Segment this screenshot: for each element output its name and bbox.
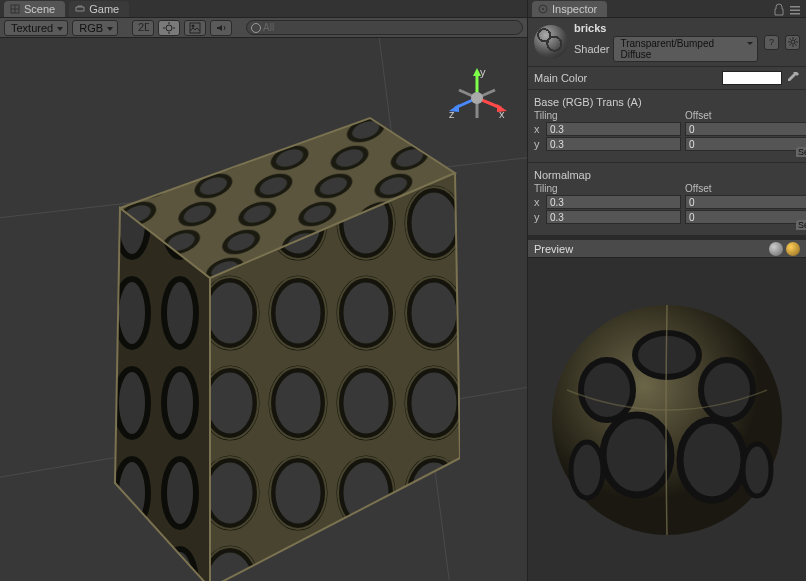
preview-sphere: [547, 300, 787, 540]
base-offset-y-input[interactable]: [685, 137, 806, 151]
norm-tiling-y-input[interactable]: [546, 210, 681, 224]
game-icon: [75, 4, 85, 14]
scene-cube: [60, 88, 460, 581]
draw-mode-dropdown[interactable]: Textured: [4, 20, 68, 36]
norm-offset-y-input[interactable]: [685, 210, 806, 224]
base-offset-x-input[interactable]: [685, 122, 806, 136]
base-tiling-y-input[interactable]: [546, 137, 681, 151]
normalmap-label: Normalmap: [534, 169, 806, 181]
normalmap-select-button[interactable]: Select: [796, 220, 806, 230]
svg-point-50: [603, 415, 671, 495]
tab-scene[interactable]: Scene: [4, 1, 65, 17]
inspector-tabbar: Inspector: [528, 0, 806, 18]
svg-text:z: z: [449, 108, 455, 120]
lighting-toggle-button[interactable]: [158, 20, 180, 36]
svg-point-49: [701, 360, 753, 420]
search-input[interactable]: All: [246, 20, 523, 35]
preview-light-plain-button[interactable]: [769, 242, 783, 256]
svg-point-39: [471, 92, 483, 104]
preview-header: Preview: [528, 240, 806, 258]
tiling-label: Tiling: [534, 110, 681, 121]
svg-rect-44: [790, 13, 800, 15]
skybox-toggle-button[interactable]: [184, 20, 206, 36]
tab-inspector[interactable]: Inspector: [532, 1, 607, 17]
base-texture-label: Base (RGB) Trans (A): [534, 96, 806, 108]
render-mode-dropdown[interactable]: RGB: [72, 20, 118, 36]
help-button[interactable]: ?: [764, 35, 779, 50]
shader-dropdown[interactable]: Transparent/Bumped Diffuse: [613, 36, 758, 62]
lock-icon[interactable]: [772, 3, 786, 17]
tab-scene-label: Scene: [24, 3, 55, 15]
svg-point-10: [192, 24, 195, 27]
tab-game-label: Game: [89, 3, 119, 15]
svg-rect-9: [190, 23, 200, 33]
svg-point-4: [166, 25, 172, 31]
base-tiling-x-input[interactable]: [546, 122, 681, 136]
svg-point-52: [571, 442, 603, 498]
base-texture-select-button[interactable]: Select: [796, 147, 806, 157]
eyedropper-icon[interactable]: [786, 71, 800, 85]
base-texture-section: Base (RGB) Trans (A) Tiling x y Offset S…: [528, 90, 806, 163]
main-color-label: Main Color: [534, 72, 624, 84]
svg-point-53: [743, 444, 771, 496]
svg-rect-42: [790, 6, 800, 8]
preview-label: Preview: [534, 243, 766, 255]
offset-label: Offset: [685, 110, 806, 121]
inspector-icon: [538, 4, 548, 14]
main-color-swatch[interactable]: [722, 71, 782, 85]
scene-viewport[interactable]: y x z: [0, 38, 527, 581]
tab-game[interactable]: Game: [69, 1, 129, 17]
svg-point-48: [581, 360, 633, 420]
scene-toolbar: Textured RGB 2D All: [0, 18, 527, 38]
audio-toggle-button[interactable]: [210, 20, 232, 36]
panel-menu-icon[interactable]: [788, 3, 802, 17]
material-name: bricks: [574, 22, 758, 34]
svg-point-45: [791, 40, 795, 44]
scene-icon: [10, 4, 20, 14]
svg-text:y: y: [480, 68, 486, 78]
norm-offset-x-input[interactable]: [685, 195, 806, 209]
material-header: bricks Shader Transparent/Bumped Diffuse…: [528, 18, 806, 67]
toggle-2d-button[interactable]: 2D: [132, 20, 154, 36]
material-preview[interactable]: [528, 258, 806, 581]
svg-text:2D: 2D: [138, 22, 149, 33]
svg-rect-43: [790, 10, 800, 12]
shader-label: Shader: [574, 43, 609, 55]
settings-gear-button[interactable]: [785, 35, 800, 50]
scene-tabbar: Scene Game: [0, 0, 527, 18]
tab-inspector-label: Inspector: [552, 3, 597, 15]
normalmap-section: Normalmap Tiling x y Offset Select: [528, 163, 806, 236]
svg-point-41: [542, 8, 544, 10]
preview-light-colored-button[interactable]: [786, 242, 800, 256]
svg-text:x: x: [499, 108, 505, 120]
svg-point-51: [680, 420, 744, 500]
orientation-gizmo[interactable]: y x z: [447, 68, 507, 128]
norm-tiling-x-input[interactable]: [546, 195, 681, 209]
material-preview-icon: [534, 25, 568, 59]
